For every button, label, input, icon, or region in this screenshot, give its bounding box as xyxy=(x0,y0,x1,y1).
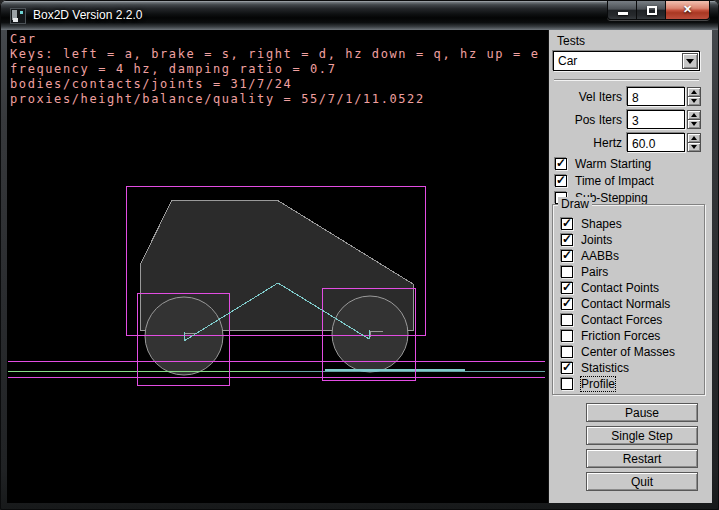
stats-overlay: CarKeys: left = a, brake = s, right = d,… xyxy=(10,32,539,107)
checkbox-joints[interactable]: ✓Joints xyxy=(561,232,675,248)
separator xyxy=(554,79,699,81)
stats-line: bodies/contacts/joints = 31/7/24 xyxy=(10,77,539,92)
client-area: CarKeys: left = a, brake = s, right = d,… xyxy=(7,30,712,503)
checkbox-label: Pairs xyxy=(581,265,608,279)
window-title: Box2D Version 2.2.0 xyxy=(33,8,142,22)
checkbox-pairs[interactable]: Pairs xyxy=(561,264,675,280)
tests-selected-value: Car xyxy=(554,54,682,68)
checkbox[interactable]: ✓ xyxy=(561,298,573,310)
maximize-icon xyxy=(647,6,657,15)
checkbox[interactable]: ✓ xyxy=(561,234,573,246)
action-buttons: PauseSingle StepRestartQuit xyxy=(586,403,698,495)
checkbox-statistics[interactable]: ✓Statistics xyxy=(561,360,675,376)
close-button[interactable]: ✕ xyxy=(666,1,709,20)
checkbox[interactable] xyxy=(561,266,573,278)
tests-dropdown[interactable]: Car xyxy=(553,51,700,71)
checkbox[interactable] xyxy=(561,314,573,326)
dropdown-arrow-button[interactable] xyxy=(682,53,698,69)
spinner-label: Pos Iters xyxy=(549,110,627,130)
checkbox[interactable]: ✓ xyxy=(555,175,567,187)
checkbox-friction-forces[interactable]: Friction Forces xyxy=(561,328,675,344)
draw-checkboxes: ✓Shapes✓Joints✓AABBsPairs✓Contact Points… xyxy=(561,216,675,392)
draw-group-label: Draw xyxy=(558,197,592,211)
spinner-buttons xyxy=(687,133,701,152)
chevron-down-icon xyxy=(686,59,694,64)
checkbox[interactable]: ✓ xyxy=(561,282,573,294)
quit-button[interactable]: Quit xyxy=(586,472,698,491)
maximize-button[interactable] xyxy=(637,1,666,20)
pos-iters-row: Pos Iters3 xyxy=(549,110,709,130)
draw-group: Draw ✓Shapes✓Joints✓AABBsPairs✓Contact P… xyxy=(552,204,705,395)
simulation-canvas[interactable]: CarKeys: left = a, brake = s, right = d,… xyxy=(7,30,546,503)
minimize-button[interactable] xyxy=(608,1,637,20)
spin-down-button[interactable] xyxy=(687,120,701,129)
spinner-buttons xyxy=(687,110,701,129)
checkbox-contact-forces[interactable]: Contact Forces xyxy=(561,312,675,328)
tests-label: Tests xyxy=(557,34,585,48)
triangle-up-icon xyxy=(691,113,697,117)
single-step-button[interactable]: Single Step xyxy=(586,426,698,445)
triangle-up-icon xyxy=(691,90,697,94)
vel-iters-input[interactable]: 8 xyxy=(627,87,685,106)
spin-up-button[interactable] xyxy=(687,133,701,143)
app-icon-pixel xyxy=(20,11,23,14)
checkbox-contact-normals[interactable]: ✓Contact Normals xyxy=(561,296,675,312)
titlebar[interactable]: Box2D Version 2.2.0 ✕ xyxy=(1,1,718,30)
stats-line: Keys: left = a, brake = s, right = d, hz… xyxy=(10,47,539,62)
pause-button[interactable]: Pause xyxy=(586,403,698,422)
spinner-label: Hertz xyxy=(549,133,627,153)
checkbox[interactable]: ✓ xyxy=(561,250,573,262)
checkbox[interactable]: ✓ xyxy=(561,362,573,374)
stats-line: proxies/height/balance/quality = 55/7/1/… xyxy=(10,92,539,107)
spin-down-button[interactable] xyxy=(687,97,701,106)
minimize-icon xyxy=(618,12,628,15)
triangle-down-icon xyxy=(691,122,697,126)
app-icon xyxy=(10,8,26,24)
checkbox-label: Time of Impact xyxy=(575,174,654,188)
checkbox[interactable]: ✓ xyxy=(561,218,573,230)
hertz-row: Hertz60.0 xyxy=(549,133,709,153)
vel-iters-row: Vel Iters8 xyxy=(549,87,709,107)
checkbox-label: Statistics xyxy=(581,361,629,375)
checkbox-label: Profile xyxy=(581,377,615,391)
check-icon: ✓ xyxy=(562,248,572,262)
check-icon: ✓ xyxy=(556,156,566,170)
checkbox[interactable] xyxy=(561,346,573,358)
check-icon: ✓ xyxy=(562,296,572,310)
checkbox-label: Warm Starting xyxy=(575,157,651,171)
stats-line: frequency = 4 hz, damping ratio = 0.7 xyxy=(10,62,539,77)
checkbox[interactable] xyxy=(561,330,573,342)
check-icon: ✓ xyxy=(562,360,572,374)
check-icon: ✓ xyxy=(562,280,572,294)
control-panel: Tests Car Vel Iters8Pos Iters3Hertz60.0 … xyxy=(548,30,712,503)
checkbox-warm-starting[interactable]: ✓Warm Starting xyxy=(555,155,654,172)
check-icon: ✓ xyxy=(562,232,572,246)
spin-down-button[interactable] xyxy=(687,143,701,152)
spin-up-button[interactable] xyxy=(687,110,701,120)
app-icon-pixel xyxy=(13,18,18,22)
checkbox-label: AABBs xyxy=(581,249,619,263)
pos-iters-input[interactable]: 3 xyxy=(627,110,685,129)
checkbox-label: Contact Normals xyxy=(581,297,670,311)
checkbox-contact-points[interactable]: ✓Contact Points xyxy=(561,280,675,296)
triangle-down-icon xyxy=(691,99,697,103)
checkbox-label: Joints xyxy=(581,233,612,247)
restart-button[interactable]: Restart xyxy=(586,449,698,468)
checkbox[interactable]: ✓ xyxy=(555,158,567,170)
triangle-up-icon xyxy=(691,136,697,140)
close-icon: ✕ xyxy=(666,3,709,16)
checkbox-label: Shapes xyxy=(581,217,622,231)
checkbox-profile[interactable]: Profile xyxy=(561,376,675,392)
spin-up-button[interactable] xyxy=(687,87,701,97)
hertz-input[interactable]: 60.0 xyxy=(627,133,685,152)
spinner-buttons xyxy=(687,87,701,106)
checkbox-aabbs[interactable]: ✓AABBs xyxy=(561,248,675,264)
checkbox-time-of-impact[interactable]: ✓Time of Impact xyxy=(555,172,654,189)
check-icon: ✓ xyxy=(556,173,566,187)
checkbox-center-of-masses[interactable]: Center of Masses xyxy=(561,344,675,360)
checkbox-shapes[interactable]: ✓Shapes xyxy=(561,216,675,232)
checkbox[interactable] xyxy=(561,378,573,390)
check-icon: ✓ xyxy=(562,216,572,230)
triangle-down-icon xyxy=(691,145,697,149)
checkbox-label: Contact Points xyxy=(581,281,659,295)
